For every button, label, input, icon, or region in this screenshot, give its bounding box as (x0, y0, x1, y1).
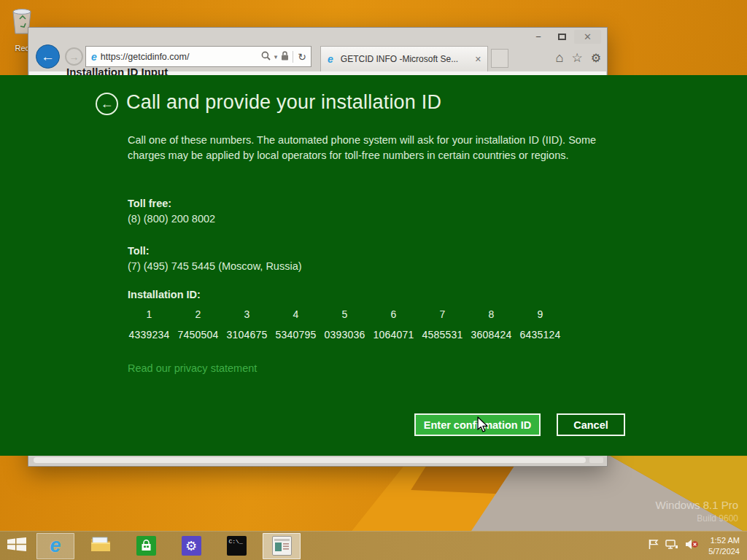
scrollbar-corner (589, 457, 603, 463)
toll-free-label: Toll free: (128, 198, 171, 209)
favorites-star-icon[interactable]: ☆ (571, 50, 582, 66)
windows-watermark: Windows 8.1 Pro Build 9600 (656, 499, 738, 524)
browser-tab[interactable]: e GETCID INFO -Microsoft Se... ✕ (320, 46, 488, 71)
dialog-title: Call and provide your installation ID (126, 91, 441, 114)
group-index: 8 (467, 308, 516, 329)
installation-id-group: 7 4585531 (418, 308, 467, 341)
browser-status-strip (29, 455, 606, 465)
internet-explorer-icon: e (50, 536, 61, 556)
activation-dialog: ← Call and provide your installation ID … (0, 75, 747, 456)
installation-id-table: 1 4339234 2 7450504 3 3104675 4 5340795 … (125, 308, 565, 341)
new-tab-button[interactable] (491, 49, 508, 68)
tab-title: GETCID INFO -Microsoft Se... (341, 54, 473, 64)
forward-button[interactable]: → (65, 47, 83, 66)
privacy-statement-link[interactable]: Read our privacy statement (128, 362, 257, 374)
watermark-edition: Windows 8.1 Pro (656, 499, 738, 511)
activation-window-icon (272, 536, 292, 556)
home-icon[interactable]: ⌂ (556, 50, 564, 66)
windows-logo-icon (7, 537, 26, 554)
taskbar-activation-window[interactable] (263, 533, 301, 559)
url-dropdown-icon[interactable]: ▾ (274, 53, 278, 61)
group-value: 4585531 (418, 329, 467, 341)
group-value: 3104675 (222, 329, 271, 341)
url-text[interactable]: https://getcidinfo.com/ (101, 52, 261, 62)
command-prompt-icon: C:\_ (227, 536, 247, 556)
installation-id-group: 5 0393036 (320, 308, 369, 341)
dialog-back-button[interactable]: ← (96, 93, 118, 115)
clock-date: 5/7/2024 (708, 546, 740, 556)
taskbar-internet-explorer[interactable]: e (36, 533, 74, 559)
action-center-flag-icon[interactable] (649, 539, 659, 553)
start-button[interactable] (0, 532, 34, 560)
windows-store-icon (136, 536, 156, 556)
group-index: 1 (125, 308, 174, 329)
close-button[interactable]: ✕ (574, 30, 601, 44)
address-bar[interactable]: e https://getcidinfo.com/ ▾ ↻ (85, 46, 311, 67)
installation-id-group: 3 3104675 (222, 308, 271, 341)
installation-id-group: 1 4339234 (125, 308, 174, 341)
group-value: 3608424 (467, 329, 516, 341)
installation-id-group: 4 5340795 (271, 308, 320, 341)
group-value: 6435124 (516, 329, 565, 341)
tools-gear-icon[interactable]: ⚙ (591, 51, 601, 65)
tab-close-icon[interactable]: ✕ (473, 55, 483, 64)
group-value: 1064071 (369, 329, 418, 341)
taskbar-windows-store[interactable] (127, 533, 165, 559)
window-controls: − ✕ (527, 30, 601, 44)
installation-id-group: 6 1064071 (369, 308, 418, 341)
dialog-body-text: Call one of these numbers. The automated… (128, 133, 613, 163)
mouse-cursor (476, 416, 492, 437)
maximize-button[interactable] (551, 30, 573, 44)
clock-time: 1:52 AM (708, 535, 740, 545)
group-index: 7 (418, 308, 467, 329)
installation-id-group: 9 6435124 (516, 308, 565, 341)
group-index: 2 (174, 308, 222, 329)
group-index: 5 (320, 308, 369, 329)
group-value: 4339234 (125, 329, 174, 341)
page-favicon-icon: e (91, 51, 97, 63)
minimize-button[interactable]: − (527, 30, 549, 44)
security-lock-icon (281, 50, 289, 63)
system-tray: 1:52 AM 5/7/2024 (649, 535, 747, 556)
cancel-button[interactable]: Cancel (557, 413, 625, 436)
group-index: 4 (271, 308, 320, 329)
group-index: 3 (222, 308, 271, 329)
installation-id-label: Installation ID: (128, 289, 201, 300)
horizontal-scrollbar[interactable] (34, 457, 586, 463)
taskbar-pc-settings[interactable]: ⚙ (172, 533, 210, 559)
watermark-build: Build 9600 (656, 513, 738, 524)
taskbar-file-explorer[interactable] (82, 533, 120, 559)
group-value: 0393036 (320, 329, 369, 341)
taskbar-command-prompt[interactable]: C:\_ (217, 533, 255, 559)
toll-label: Toll: (128, 245, 150, 257)
group-index: 6 (369, 308, 418, 329)
group-value: 5340795 (271, 329, 320, 341)
taskbar-clock[interactable]: 1:52 AM 5/7/2024 (708, 535, 740, 556)
search-icon[interactable] (261, 50, 271, 63)
tab-favicon-icon: e (328, 53, 333, 65)
taskbar: e ⚙ (0, 531, 747, 560)
settings-gear-icon: ⚙ (182, 536, 201, 556)
network-icon[interactable] (665, 539, 678, 553)
installation-id-group: 2 7450504 (174, 308, 222, 341)
back-button[interactable]: ← (36, 44, 60, 69)
group-index: 9 (516, 308, 565, 329)
volume-muted-icon[interactable] (685, 539, 699, 553)
file-explorer-icon (90, 536, 111, 556)
toll-number: (7) (495) 745 5445 (Moscow, Russia) (128, 260, 302, 272)
toll-free-number: (8) (800) 200 8002 (128, 213, 215, 225)
group-value: 7450504 (174, 329, 222, 341)
installation-id-group: 8 3608424 (467, 308, 516, 341)
refresh-icon[interactable]: ↻ (293, 51, 306, 63)
